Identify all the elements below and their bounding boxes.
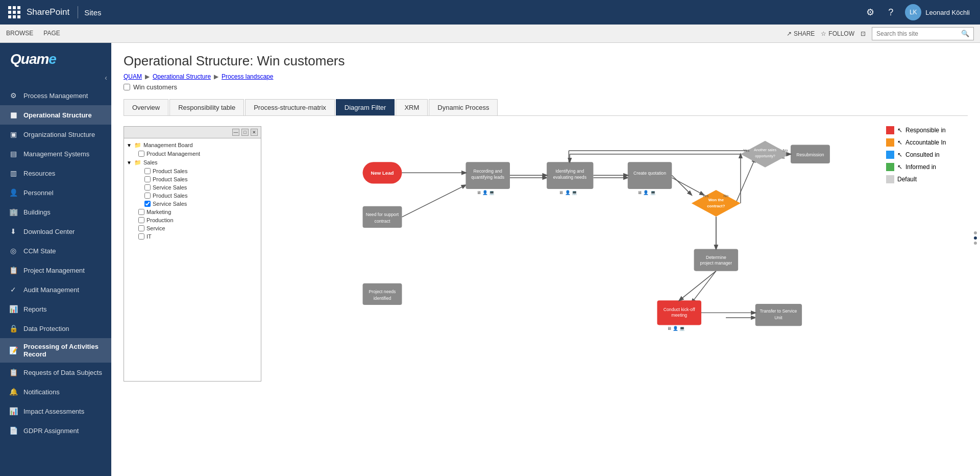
- ccm-state-icon: ◎: [8, 246, 18, 256]
- sidebar-item-resources[interactable]: ▥ Resources: [0, 163, 111, 183]
- sidebar-item-audit-management[interactable]: ✓ Audit Management: [0, 280, 111, 299]
- top-navigation: SharePoint Sites ⚙ ? LK Leonard Köchli: [0, 0, 980, 25]
- legend-arrow-informed: ↖: [897, 163, 902, 171]
- tab-browse[interactable]: BROWSE: [6, 28, 33, 40]
- svg-text:Transfer to Service: Transfer to Service: [760, 308, 797, 314]
- product-management-checkbox[interactable]: [138, 151, 144, 157]
- svg-text:opportunity?: opportunity?: [755, 154, 775, 158]
- product-sales-1-label: Product Sales: [153, 168, 187, 174]
- sidebar-item-label: Project Management: [23, 267, 85, 274]
- svg-text:Identifying and: Identifying and: [555, 169, 584, 174]
- right-dot-3[interactable]: [974, 242, 977, 245]
- settings-icon[interactable]: ⚙: [861, 3, 879, 21]
- breadcrumb-quam[interactable]: QUAM: [124, 73, 142, 80]
- right-dot-2[interactable]: [974, 236, 977, 240]
- win-customers-checkbox[interactable]: [124, 84, 130, 90]
- service-sales-2-label: Service Sales: [153, 201, 187, 207]
- sidebar-item-notifications[interactable]: 🔔 Notifications: [0, 382, 111, 401]
- right-dot-1[interactable]: [974, 231, 977, 234]
- svg-line-4: [672, 178, 704, 195]
- svg-line-57: [672, 175, 691, 195]
- svg-text:🖥 👤 💻: 🖥 👤 💻: [638, 189, 656, 196]
- sidebar-item-impact-assessments[interactable]: 📊 Impact Assessments: [0, 401, 111, 421]
- sidebar-item-personnel[interactable]: 👤 Personnel: [0, 183, 111, 202]
- avatar: LK: [905, 4, 921, 20]
- user-menu[interactable]: LK Leonard Köchli: [901, 2, 974, 22]
- share-button[interactable]: ↗ SHARE: [787, 30, 815, 37]
- help-icon[interactable]: ?: [881, 3, 900, 21]
- restore-button[interactable]: □: [241, 129, 249, 136]
- expand-sales[interactable]: ▼: [126, 159, 132, 165]
- process-management-icon: ⚙: [8, 90, 18, 101]
- tab-xrm[interactable]: XRM: [396, 99, 428, 115]
- tab-diagram-filter[interactable]: Diagram Filter: [336, 99, 395, 115]
- follow-button[interactable]: ☆ FOLLOW: [821, 30, 854, 37]
- tab-responsibility-table[interactable]: Responsibility table: [169, 99, 244, 115]
- sidebar-item-operational-structure[interactable]: ▦ Operational Structure: [0, 105, 111, 125]
- tab-page[interactable]: PAGE: [43, 28, 60, 40]
- product-sales-3-label: Product Sales: [153, 193, 187, 199]
- tab-process-structure-matrix[interactable]: Process-structure-matrix: [245, 99, 335, 115]
- close-button[interactable]: ✕: [251, 129, 258, 136]
- sidebar-item-ccm-state[interactable]: ◎ CCM State: [0, 241, 111, 260]
- sidebar-item-buildings[interactable]: 🏢 Buildings: [0, 202, 111, 222]
- legend-label-informed: Informed in: [905, 163, 936, 171]
- sidebar-item-organizational-structure[interactable]: ▣ Organizational Structure: [0, 125, 111, 144]
- ribbon-actions: ↗ SHARE ☆ FOLLOW ⊡ 🔍: [787, 27, 974, 40]
- breadcrumb-process-landscape[interactable]: Process landscape: [222, 73, 273, 80]
- gdpr-assignment-icon: 📄: [8, 425, 18, 436]
- sidebar-item-management-systems[interactable]: ▤ Management Systems: [0, 144, 111, 163]
- sidebar-item-process-management[interactable]: ⚙ Process Management: [0, 86, 111, 105]
- breadcrumb-operational[interactable]: Operational Structure: [153, 73, 211, 80]
- expand-management-board[interactable]: ▼: [126, 142, 132, 148]
- svg-marker-37: [741, 141, 790, 168]
- reports-icon: 📊: [8, 304, 18, 314]
- processing-activities-icon: 📝: [8, 345, 18, 355]
- waffle-menu-icon[interactable]: [6, 4, 22, 20]
- svg-text:Another sales: Another sales: [754, 148, 776, 152]
- search-input[interactable]: [876, 30, 959, 37]
- production-checkbox[interactable]: [138, 217, 144, 223]
- collapse-button[interactable]: ‹: [105, 74, 107, 82]
- sidebar-collapse[interactable]: ‹: [0, 74, 111, 86]
- svg-marker-32: [692, 190, 741, 217]
- svg-text:🖥 👤 💻: 🖥 👤 💻: [477, 189, 495, 196]
- sidebar-item-data-protection[interactable]: 🔒 Data Protection: [0, 319, 111, 338]
- sidebar-item-label: Resources: [23, 170, 55, 177]
- sidebar-item-reports[interactable]: 📊 Reports: [0, 299, 111, 319]
- product-sales-2-checkbox[interactable]: [144, 176, 151, 182]
- full-screen-icon[interactable]: ⊡: [861, 30, 866, 37]
- sidebar-item-requests-data-subjects[interactable]: 📋 Requests of Data Subjects: [0, 363, 111, 382]
- tree-node-production: Production: [126, 216, 259, 224]
- svg-text:🖥 👤 💻: 🖥 👤 💻: [667, 325, 685, 331]
- legend-item-informed: ↖ Informed in: [886, 163, 968, 171]
- sidebar-item-project-management[interactable]: 📋 Project Management: [0, 260, 111, 280]
- svg-text:Resubmission: Resubmission: [796, 152, 824, 157]
- svg-text:Yes: Yes: [702, 194, 709, 198]
- tree-node-product-sales-2: Product Sales: [126, 175, 259, 183]
- svg-text:Won the: Won the: [708, 198, 724, 202]
- legend-item-default: Default: [886, 175, 968, 183]
- product-sales-1-checkbox[interactable]: [144, 168, 151, 174]
- legend-arrow-responsible: ↖: [897, 127, 902, 134]
- sidebar-item-processing-activities[interactable]: 📝 Processing of Activities Record: [0, 338, 111, 363]
- marketing-checkbox[interactable]: [138, 209, 144, 215]
- tab-overview[interactable]: Overview: [124, 99, 168, 115]
- sidebar-item-download-center[interactable]: ⬇ Download Center: [0, 222, 111, 241]
- marketing-label: Marketing: [146, 209, 171, 215]
- search-icon[interactable]: 🔍: [961, 30, 969, 37]
- service-checkbox[interactable]: [138, 225, 144, 231]
- svg-text:Project needs: Project needs: [369, 289, 397, 294]
- minimize-button[interactable]: —: [232, 129, 239, 136]
- service-sales-2-checkbox[interactable]: [144, 201, 151, 207]
- sidebar-item-gdpr-assignment[interactable]: 📄 GDPR Assignment: [0, 421, 111, 440]
- search-box: 🔍: [872, 27, 974, 40]
- svg-text:🖥 👤 💻: 🖥 👤 💻: [559, 189, 577, 196]
- svg-rect-13: [363, 162, 402, 183]
- it-checkbox[interactable]: [138, 233, 144, 240]
- svg-text:Create quotation: Create quotation: [633, 171, 666, 176]
- product-sales-3-checkbox[interactable]: [144, 193, 151, 199]
- tab-dynamic-process[interactable]: Dynamic Process: [429, 99, 498, 115]
- share-icon: ↗: [787, 30, 792, 37]
- service-sales-1-checkbox[interactable]: [144, 184, 151, 191]
